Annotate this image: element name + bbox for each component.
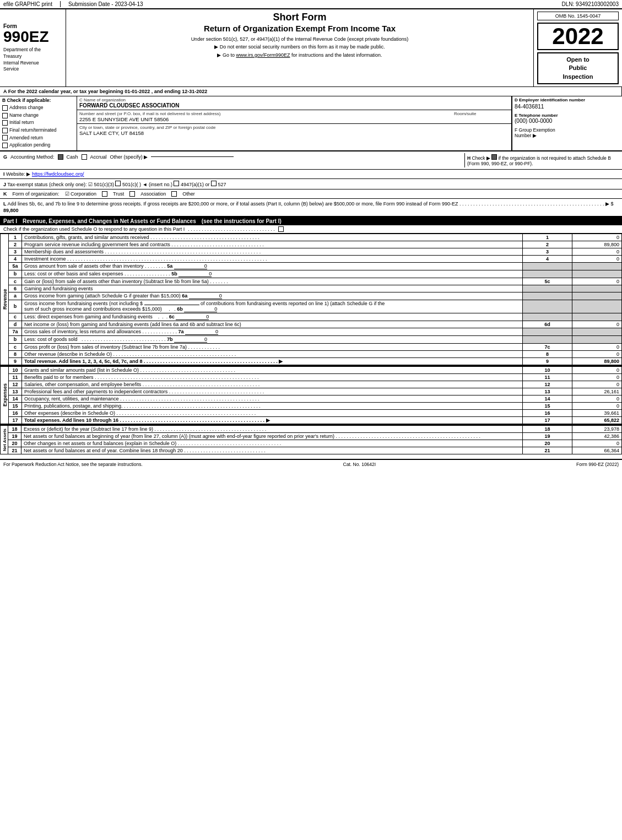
line-5a-ref-empty [523, 262, 572, 270]
line-11-num: 11 [9, 373, 22, 381]
line-3-val: 0 [572, 248, 622, 255]
checkbox-application-pending[interactable] [2, 143, 8, 148]
line-7a-desc: Gross sales of inventory, less returns a… [22, 328, 523, 335]
line-2-val: 89,800 [572, 241, 622, 248]
org-city-row: City or town, state or province, country… [77, 124, 511, 137]
top-bar-sep [60, 1, 61, 7]
table-row: 16 Other expenses (describe in Schedule … [1, 409, 622, 416]
501c-checkbox[interactable] [115, 181, 121, 186]
table-row: 21 Net assets or fund balances at end of… [1, 447, 622, 454]
line-1-desc: Contributions, gifts, grants, and simila… [22, 234, 523, 241]
dept-info: Department of the Treasury Internal Reve… [3, 47, 62, 73]
line-15-val: 0 [572, 402, 622, 409]
checkbox-initial-return[interactable] [2, 120, 8, 126]
line-6a-desc: Gross income from gaming (attach Schedul… [22, 292, 523, 300]
line-12-desc: Salaries, other compensation, and employ… [22, 381, 523, 388]
line-18-num: 18 [8, 425, 21, 432]
check-amended-return: Amended return [2, 134, 74, 142]
line-13-desc: Professional fees and other payments to … [22, 388, 523, 395]
line-21-val: 66,364 [572, 447, 622, 454]
table-row: c Less: direct expenses from gaming and … [1, 313, 622, 321]
revenue-table: Revenue 1 Contributions, gifts, grants, … [0, 234, 622, 365]
table-row: 9 Total revenue. Add lines 1, 2, 3, 4, 5… [1, 357, 622, 365]
check-section: B Check if applicable: Address change Na… [0, 96, 622, 151]
table-row: b Less: cost or other basis and sales ex… [1, 270, 622, 278]
line-20-val: 0 [572, 440, 622, 447]
line-21-num: 21 [8, 447, 21, 454]
checkbox-amended-return[interactable] [2, 135, 8, 140]
line-4-num: 4 [9, 255, 22, 262]
table-row: 13 Professional fees and other payments … [1, 388, 622, 395]
checkbox-name-change[interactable] [2, 113, 8, 118]
cash-label: Cash [67, 154, 78, 160]
checkbox-final-return[interactable] [2, 128, 8, 133]
line-16-val: 39,661 [572, 409, 622, 416]
line-5b-val-empty [572, 270, 622, 278]
line-6b-desc: Gross income from fundraising events (no… [22, 300, 523, 313]
line-7c-desc: Gross profit or (loss) from sales of inv… [22, 343, 523, 350]
line-5b-desc: Less: cost or other basis and sales expe… [22, 270, 523, 278]
4947-checkbox[interactable] [174, 181, 179, 186]
table-row: Expenses 10 Grants and similar amounts p… [1, 366, 622, 373]
accrual-checkbox[interactable] [82, 154, 87, 160]
line-17-val: 65,822 [572, 416, 622, 424]
table-row: 11 Benefits paid to or for members . . .… [1, 373, 622, 381]
form-ref: Form 990-EZ (2022) [576, 462, 619, 467]
irs-link[interactable]: www.irs.gov/Form990EZ [236, 52, 290, 58]
line-20-desc: Other changes in net assets or fund bala… [21, 440, 523, 447]
net-assets-side-label: Net Assets [1, 425, 8, 454]
line-18-ref: 18 [523, 425, 572, 432]
assoc-checkbox[interactable] [129, 191, 135, 197]
ein-value: 84-4036811 [515, 104, 620, 110]
header-left: Form 990EZ Department of the Treasury In… [0, 9, 66, 86]
cash-checkbox[interactable] [58, 154, 63, 160]
l-value: 89,800 [3, 208, 19, 213]
org-name-value: FORWARD CLOUDSEC ASSOCIATION [79, 102, 509, 109]
line-1-ref: 1 [523, 234, 572, 241]
table-row: Revenue 1 Contributions, gifts, grants, … [1, 234, 622, 241]
line-5b-num: b [9, 270, 22, 278]
tax-exempt-row: J Tax-exempt status (check only one): ☑ … [0, 179, 622, 189]
line-6-num: 6 [9, 285, 22, 292]
ein-label: D Employer identification number [515, 97, 620, 102]
check-initial-return: Initial return [2, 119, 74, 127]
part1-schedule-o-checkbox[interactable] [278, 226, 284, 232]
trust-checkbox[interactable] [102, 191, 107, 197]
revenue-side-label: Revenue [1, 234, 9, 365]
line-16-num: 16 [9, 409, 22, 416]
part1-check-row: Check if the organization used Schedule … [0, 225, 622, 234]
table-row: a Gross income from gaming (attach Sched… [1, 292, 622, 300]
net-assets-table: Net Assets 18 Excess or (deficit) for th… [0, 425, 622, 454]
city-value: SALT LAKE CTY, UT 84158 [79, 130, 509, 136]
527-checkbox[interactable] [211, 181, 217, 186]
line-17-ref: 17 [523, 416, 572, 424]
line-3-ref: 3 [523, 248, 572, 255]
tax-exempt-check-label: (check only one): [49, 182, 87, 187]
line-3-num: 3 [9, 248, 22, 255]
website-url[interactable]: https://fwdcloudsec.org/ [32, 171, 84, 177]
accounting-row: G Accounting Method: Cash Accrual Other … [0, 151, 622, 170]
other-org-checkbox[interactable] [171, 191, 177, 197]
table-row: 4 Investment income . . . . . . . . . . … [1, 255, 622, 262]
line-7c-ref: 7c [523, 343, 572, 350]
website-row: I Website: ▶ https://fwdcloudsec.org/ [0, 170, 622, 179]
table-row: 20 Other changes in net assets or fund b… [1, 440, 622, 447]
header-sub3: ▶ Go to www.irs.gov/Form990EZ for instru… [72, 52, 528, 59]
table-row: 14 Occupancy, rent, utilities, and maint… [1, 395, 622, 402]
checkbox-address-change[interactable] [2, 105, 8, 111]
h-checkbox[interactable] [491, 154, 497, 160]
header-center: Short Form Return of Organization Exempt… [66, 9, 534, 86]
line-4-val: 0 [572, 255, 622, 262]
line-5b-ref-empty [523, 270, 572, 278]
line-9-num: 9 [9, 357, 22, 365]
accounting-label: Accounting Method: [10, 154, 55, 160]
short-form-title: Short Form [72, 12, 528, 24]
efile-label: efile GRAPHIC print [3, 1, 52, 7]
line-13-num: 13 [9, 388, 22, 395]
line-6b-num: b [9, 300, 22, 313]
line-9-ref: 9 [523, 357, 572, 365]
form-number: 990EZ [3, 29, 62, 45]
check-col: B Check if applicable: Address change Na… [0, 96, 77, 150]
line-4-ref: 4 [523, 255, 572, 262]
line-10-ref: 10 [523, 366, 572, 373]
